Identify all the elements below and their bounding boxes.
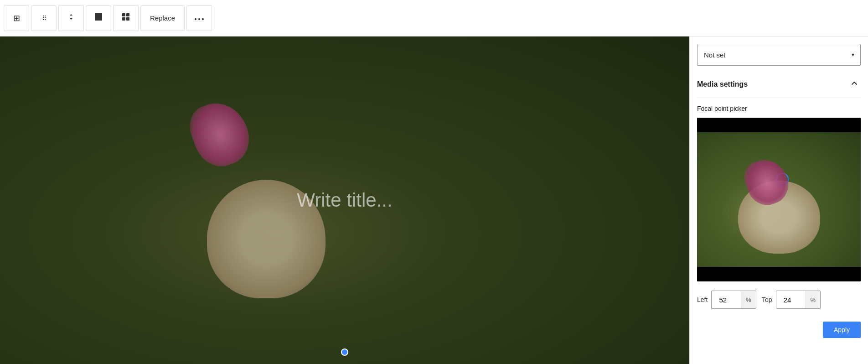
svg-point-7	[202, 18, 204, 20]
svg-point-5	[195, 18, 196, 20]
cover-icon	[93, 12, 103, 24]
focal-inputs: Left % Top %	[697, 291, 861, 309]
svg-rect-1	[122, 13, 125, 16]
not-set-dropdown[interactable]: Not set Fixed Scroll Parallax	[697, 44, 861, 66]
block-icon: ⊞	[13, 13, 20, 23]
top-label: Top	[762, 296, 772, 303]
svg-point-6	[198, 18, 200, 20]
apply-btn-area: Apply	[697, 322, 861, 338]
cover-block[interactable]: Write title...	[0, 36, 689, 364]
svg-rect-0	[95, 13, 102, 21]
drag-icon: ⠿	[42, 15, 46, 22]
svg-rect-4	[126, 17, 129, 21]
media-settings-toggle-button[interactable]	[848, 77, 861, 92]
top-pct-label: %	[806, 291, 821, 309]
media-settings-title: Media settings	[697, 80, 748, 88]
move-icon	[67, 12, 76, 24]
left-input[interactable]	[712, 291, 741, 309]
top-input-group: Top %	[762, 291, 821, 309]
focal-picker-container[interactable]	[697, 118, 861, 281]
focal-picker-image[interactable]	[697, 132, 861, 267]
svg-rect-2	[126, 13, 129, 16]
grid-icon	[121, 12, 130, 24]
top-input[interactable]	[776, 291, 806, 309]
move-button[interactable]	[58, 5, 84, 31]
media-settings-section-header: Media settings	[697, 77, 861, 98]
toolbar: ⊞ ⠿ Replace	[0, 0, 868, 36]
not-set-dropdown-wrapper: Not set Fixed Scroll Parallax ▾	[697, 44, 861, 66]
focal-black-bar-bottom	[697, 267, 861, 281]
chevron-up-icon	[850, 80, 859, 89]
block-icon-button[interactable]: ⊞	[4, 5, 29, 31]
svg-rect-3	[122, 17, 125, 21]
grid-view-button[interactable]	[113, 5, 139, 31]
drag-handle-button[interactable]: ⠿	[31, 5, 57, 31]
cover-image	[0, 36, 689, 364]
top-input-wrapper: %	[776, 291, 821, 309]
cover-type-button[interactable]	[86, 5, 111, 31]
replace-button[interactable]: Replace	[140, 5, 185, 31]
apply-button[interactable]: Apply	[823, 322, 861, 338]
focal-point-label: Focal point picker	[697, 105, 861, 112]
more-options-icon	[195, 13, 204, 23]
focal-point-circle[interactable]	[776, 173, 789, 186]
scroll-indicator[interactable]	[341, 348, 348, 356]
right-sidebar: Not set Fixed Scroll Parallax ▾ Media se…	[689, 36, 868, 364]
focal-black-bar-top	[697, 118, 861, 132]
main-area: Write title... Not set Fixed Scroll Para…	[0, 36, 868, 364]
canvas-area: Write title...	[0, 36, 689, 364]
left-label: Left	[697, 296, 708, 303]
left-pct-label: %	[741, 291, 756, 309]
more-options-button[interactable]	[186, 5, 212, 31]
left-input-wrapper: %	[711, 291, 756, 309]
left-input-group: Left %	[697, 291, 756, 309]
